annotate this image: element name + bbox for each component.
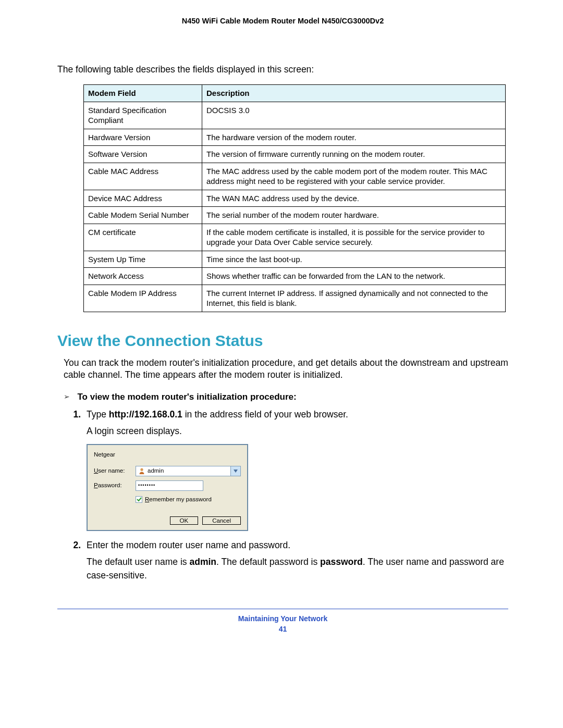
arrow-icon: ➢ — [64, 392, 70, 401]
footer-rule — [57, 609, 508, 609]
password-input[interactable]: •••••••• — [136, 480, 203, 491]
login-realm: Netgear — [94, 450, 241, 459]
cell-desc: The hardware version of the modem router… — [202, 129, 506, 146]
table-row: Software VersionThe version of firmware … — [84, 146, 506, 163]
cell-desc: DOCSIS 3.0 — [202, 102, 506, 129]
step-1-url: http://192.168.0.1 — [109, 409, 182, 419]
table-row: Standard Specification CompliantDOCSIS 3… — [84, 102, 506, 129]
footer-section: Maintaining Your Network — [57, 614, 508, 623]
cell-desc: The current Internet IP address. If assi… — [202, 285, 506, 312]
cell-field: Cable Modem IP Address — [84, 285, 202, 312]
page-header: N450 WiFi Cable Modem Router Model N450/… — [57, 17, 508, 25]
password-value: •••••••• — [138, 482, 155, 489]
step-1-text-post: in the address field of your web browser… — [182, 409, 348, 419]
modem-fields-table: Modem Field Description Standard Specifi… — [83, 84, 506, 312]
intro-text: The following table describes the fields… — [57, 64, 508, 75]
cell-field: Standard Specification Compliant — [84, 102, 202, 129]
procedure-heading: ➢ To view the modem router's initializat… — [64, 392, 508, 402]
cell-field: Network Access — [84, 268, 202, 285]
table-row: CM certificateIf the cable modem certifi… — [84, 224, 506, 251]
step-1-sub: A login screen displays. — [87, 424, 508, 438]
table-row: Cable MAC AddressThe MAC address used by… — [84, 163, 506, 190]
ok-button[interactable]: OK — [170, 516, 199, 525]
user-icon — [138, 467, 145, 475]
section-heading: View the Connection Status — [57, 332, 508, 350]
cell-field: System Up Time — [84, 251, 202, 268]
cell-field: CM certificate — [84, 224, 202, 251]
table-row: Hardware VersionThe hardware version of … — [84, 129, 506, 146]
cell-desc: Shows whether traffic can be forwarded f… — [202, 268, 506, 285]
password-label: Password: — [94, 481, 136, 490]
step-2: Enter the modem router user name and pas… — [83, 538, 508, 583]
table-row: Cable Modem Serial NumberThe serial numb… — [84, 207, 506, 224]
chevron-down-icon — [234, 470, 238, 473]
cell-desc: Time since the last boot-up. — [202, 251, 506, 268]
step-2-text: Enter the modem router user name and pas… — [87, 540, 290, 550]
steps-list: Type http://192.168.0.1 in the address f… — [67, 408, 508, 583]
cell-desc: The serial number of the modem router ha… — [202, 207, 506, 224]
remember-label: Remember my password — [145, 495, 212, 504]
username-value: admin — [148, 466, 164, 475]
step-1: Type http://192.168.0.1 in the address f… — [83, 408, 508, 531]
username-input[interactable]: admin — [136, 466, 241, 476]
table-header-field: Modem Field — [84, 85, 202, 102]
table-row: Device MAC AddressThe WAN MAC address us… — [84, 190, 506, 207]
cell-field: Hardware Version — [84, 129, 202, 146]
cell-desc: The MAC address used by the cable modem … — [202, 163, 506, 190]
cell-field: Device MAC Address — [84, 190, 202, 207]
cell-field: Software Version — [84, 146, 202, 163]
table-row: System Up TimeTime since the last boot-u… — [84, 251, 506, 268]
cell-desc: The version of firmware currently runnin… — [202, 146, 506, 163]
check-icon — [137, 497, 142, 502]
cancel-button[interactable]: Cancel — [202, 516, 241, 525]
step-2-sub: The default user name is admin. The defa… — [87, 555, 508, 583]
step-1-text-pre: Type — [87, 409, 109, 419]
table-header-desc: Description — [202, 85, 506, 102]
cell-desc: If the cable modem certificate is instal… — [202, 224, 506, 251]
username-label: User name: — [94, 466, 136, 475]
svg-point-0 — [140, 468, 143, 471]
cell-desc: The WAN MAC address used by the device. — [202, 190, 506, 207]
section-body: You can track the modem router's initial… — [64, 357, 508, 381]
footer-page-number: 41 — [57, 625, 508, 633]
username-dropdown[interactable] — [230, 466, 240, 476]
table-row: Network AccessShows whether traffic can … — [84, 268, 506, 285]
remember-checkbox[interactable] — [136, 496, 142, 503]
table-row: Cable Modem IP AddressThe current Intern… — [84, 285, 506, 312]
cell-field: Cable MAC Address — [84, 163, 202, 190]
cell-field: Cable Modem Serial Number — [84, 207, 202, 224]
procedure-title: To view the modem router's initializatio… — [77, 392, 296, 402]
login-dialog: Netgear User name: admin Password: — [87, 444, 248, 531]
